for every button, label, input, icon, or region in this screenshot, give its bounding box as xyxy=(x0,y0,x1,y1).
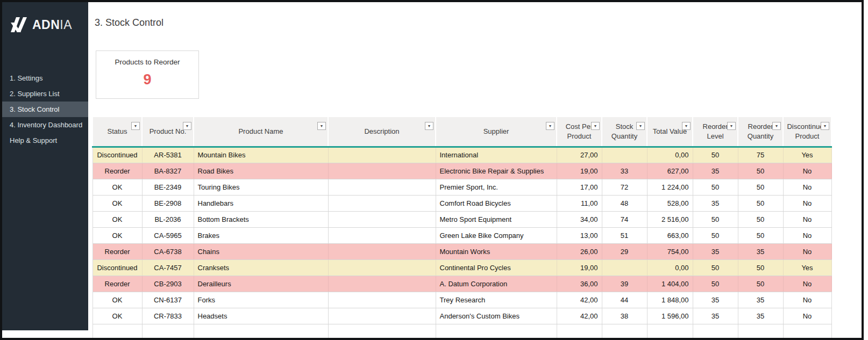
cell-total_value[interactable]: 1 596,00 xyxy=(647,308,693,324)
cell-description[interactable] xyxy=(328,243,436,259)
cell-total_value[interactable]: 528,00 xyxy=(647,195,693,211)
cell-discontinued_product[interactable]: No xyxy=(783,179,831,195)
cell-product_name[interactable]: Bottom Brackets xyxy=(194,211,328,227)
cell-reorder_quantity[interactable]: 50 xyxy=(738,163,783,179)
sidebar-item-2-suppliers-list[interactable]: 2. Suppliers List xyxy=(2,86,88,102)
cell-product_no[interactable]: BA-8327 xyxy=(142,163,194,179)
cell-discontinued_product[interactable]: No xyxy=(783,276,831,292)
cell-stock_quantity[interactable]: 72 xyxy=(602,179,647,195)
cell-supplier[interactable]: Mountain Works xyxy=(436,243,557,259)
cell-description[interactable] xyxy=(328,276,436,292)
cell-stock_quantity[interactable] xyxy=(602,147,647,163)
cell-status[interactable]: Discontinued xyxy=(93,259,142,276)
cell-supplier[interactable]: Green Lake Bike Company xyxy=(436,227,557,243)
sidebar-item-help-support[interactable]: Help & Support xyxy=(2,133,88,148)
cell-status[interactable]: OK xyxy=(93,195,142,211)
sidebar-item-1-settings[interactable]: 1. Settings xyxy=(2,70,88,86)
cell-stock_quantity[interactable]: 33 xyxy=(602,163,647,179)
cell-reorder_level[interactable]: 35 xyxy=(693,195,738,211)
cell-cost_per_product[interactable]: 11,00 xyxy=(557,195,602,211)
cell-description[interactable] xyxy=(328,195,436,211)
filter-button-total_value[interactable]: ▼ xyxy=(682,122,691,130)
cell-stock_quantity[interactable] xyxy=(602,259,647,276)
cell-reorder_quantity[interactable]: 50 xyxy=(738,211,783,227)
cell-reorder_level[interactable]: 50 xyxy=(693,211,738,227)
cell-reorder_quantity[interactable]: 50 xyxy=(738,276,783,292)
filter-button-product_name[interactable]: ▼ xyxy=(317,122,326,130)
cell-reorder_quantity[interactable]: 35 xyxy=(738,243,783,259)
cell-total_value[interactable]: 2 516,00 xyxy=(647,211,693,227)
cell-empty[interactable] xyxy=(738,324,783,338)
cell-reorder_level[interactable]: 35 xyxy=(693,292,738,308)
filter-button-status[interactable]: ▼ xyxy=(131,122,140,130)
cell-reorder_level[interactable]: 50 xyxy=(693,276,738,292)
cell-reorder_level[interactable]: 50 xyxy=(693,147,738,163)
cell-status[interactable]: OK xyxy=(93,227,142,243)
cell-total_value[interactable]: 0,00 xyxy=(647,147,693,163)
cell-supplier[interactable]: Premier Sport, Inc. xyxy=(436,179,557,195)
cell-stock_quantity[interactable]: 51 xyxy=(602,227,647,243)
cell-reorder_quantity[interactable]: 50 xyxy=(738,259,783,276)
cell-stock_quantity[interactable]: 39 xyxy=(602,276,647,292)
cell-product_no[interactable]: AR-5381 xyxy=(142,147,194,163)
cell-reorder_level[interactable]: 50 xyxy=(693,179,738,195)
cell-reorder_level[interactable]: 50 xyxy=(693,259,738,276)
cell-stock_quantity[interactable]: 48 xyxy=(602,195,647,211)
cell-reorder_quantity[interactable]: 50 xyxy=(738,227,783,243)
cell-cost_per_product[interactable]: 26,00 xyxy=(557,243,602,259)
cell-total_value[interactable]: 627,00 xyxy=(647,163,693,179)
cell-product_no[interactable]: CB-2903 xyxy=(142,276,194,292)
filter-button-product_no[interactable]: ▼ xyxy=(183,122,191,130)
cell-empty[interactable] xyxy=(602,324,647,338)
cell-supplier[interactable]: International xyxy=(436,147,557,163)
cell-empty[interactable] xyxy=(436,324,557,338)
cell-reorder_quantity[interactable]: 50 xyxy=(738,179,783,195)
sidebar-item-4-inventory-dashboard[interactable]: 4. Inventory Dashboard xyxy=(2,117,88,133)
cell-description[interactable] xyxy=(328,259,436,276)
cell-status[interactable]: Reorder xyxy=(93,276,142,292)
cell-discontinued_product[interactable]: No xyxy=(783,211,831,227)
cell-description[interactable] xyxy=(328,147,436,163)
cell-product_name[interactable]: Forks xyxy=(194,292,328,308)
cell-empty[interactable] xyxy=(142,324,194,338)
cell-product_name[interactable]: Mountain Bikes xyxy=(194,147,328,163)
cell-empty[interactable] xyxy=(328,324,436,338)
cell-discontinued_product[interactable]: No xyxy=(783,163,831,179)
cell-empty[interactable] xyxy=(194,324,328,338)
cell-supplier[interactable]: Electronic Bike Repair & Supplies xyxy=(436,163,557,179)
cell-product_name[interactable]: Chains xyxy=(194,243,328,259)
cell-empty[interactable] xyxy=(93,324,142,338)
cell-cost_per_product[interactable]: 13,00 xyxy=(557,227,602,243)
cell-discontinued_product[interactable]: No xyxy=(783,195,831,211)
cell-reorder_quantity[interactable]: 35 xyxy=(738,308,783,324)
cell-cost_per_product[interactable]: 42,00 xyxy=(557,308,602,324)
cell-total_value[interactable]: 1 404,00 xyxy=(647,276,693,292)
cell-product_no[interactable]: CA-6738 xyxy=(142,243,194,259)
cell-total_value[interactable]: 0,00 xyxy=(647,259,693,276)
filter-button-reorder_quantity[interactable]: ▼ xyxy=(772,122,781,130)
cell-discontinued_product[interactable]: No xyxy=(783,308,831,324)
cell-reorder_level[interactable]: 50 xyxy=(693,227,738,243)
cell-product_name[interactable]: Brakes xyxy=(194,227,328,243)
cell-product_no[interactable]: BE-2908 xyxy=(142,195,194,211)
cell-product_name[interactable]: Touring Bikes xyxy=(194,179,328,195)
cell-supplier[interactable]: Metro Sport Equipment xyxy=(436,211,557,227)
cell-product_name[interactable]: Cranksets xyxy=(194,259,328,276)
cell-discontinued_product[interactable]: Yes xyxy=(783,259,831,276)
cell-discontinued_product[interactable]: No xyxy=(783,227,831,243)
cell-cost_per_product[interactable]: 34,00 xyxy=(557,211,602,227)
cell-description[interactable] xyxy=(328,179,436,195)
cell-cost_per_product[interactable]: 27,00 xyxy=(557,147,602,163)
cell-status[interactable]: Discontinued xyxy=(93,147,142,163)
cell-empty[interactable] xyxy=(557,324,602,338)
filter-button-supplier[interactable]: ▼ xyxy=(546,122,554,130)
cell-supplier[interactable]: A. Datum Corporation xyxy=(436,276,557,292)
cell-status[interactable]: OK xyxy=(93,308,142,324)
cell-product_no[interactable]: CA-5965 xyxy=(142,227,194,243)
cell-description[interactable] xyxy=(328,211,436,227)
cell-status[interactable]: OK xyxy=(93,211,142,227)
cell-empty[interactable] xyxy=(647,324,693,338)
cell-status[interactable]: Reorder xyxy=(93,163,142,179)
cell-status[interactable]: OK xyxy=(93,292,142,308)
cell-total_value[interactable]: 754,00 xyxy=(647,243,693,259)
